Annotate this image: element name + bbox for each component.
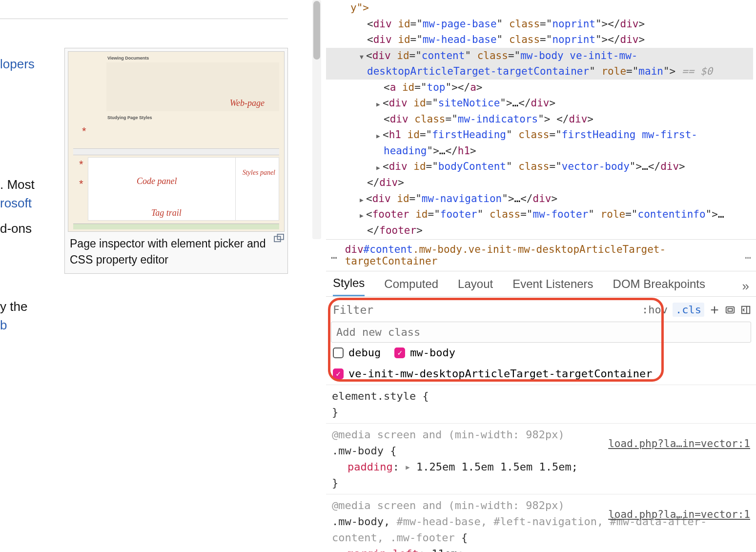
svg-rect-3 <box>728 308 732 311</box>
article-fragment: y the <box>0 296 27 317</box>
dom-node[interactable]: …<div id="content" class="mw-body ve-ini… <box>326 48 753 80</box>
css-declaration[interactable]: margin-left: 11em; <box>332 546 750 552</box>
link-web[interactable]: b <box>0 318 7 333</box>
asterisk-icon: * <box>79 158 83 171</box>
tabs-overflow-icon[interactable]: » <box>742 279 749 294</box>
tab-dom-breakpoints[interactable]: DOM Breakpoints <box>613 277 705 296</box>
css-declaration[interactable]: padding: ▶ 1.25em 1.5em 1.5em 1.5em; <box>332 459 750 475</box>
dom-node[interactable]: <a id="top"></a> <box>326 80 753 96</box>
thumbnail-caption: Page inspector with element picker and C… <box>68 232 285 270</box>
hov-toggle[interactable]: :hov <box>642 304 668 316</box>
styles-filter-input[interactable] <box>333 304 483 316</box>
svg-rect-2 <box>726 307 735 313</box>
breadcrumb-tag: div <box>345 244 364 255</box>
class-checkboxes: debug✓mw-body✓ve-init-mw-desktopArticleT… <box>326 345 756 385</box>
tab-layout[interactable]: Layout <box>458 277 493 296</box>
styles-tabstrip: Styles Computed Layout Event Listeners D… <box>326 271 756 297</box>
section-rule <box>0 19 288 19</box>
tab-event-listeners[interactable]: Event Listeners <box>512 277 593 296</box>
thumb-label-stylespanel: Styles panel <box>243 169 275 176</box>
thumb-styles-panel <box>235 157 279 221</box>
checkbox-checked-icon[interactable]: ✓ <box>394 348 405 358</box>
tab-styles[interactable]: Styles <box>333 276 365 296</box>
checkbox-label: mw-body <box>410 347 455 359</box>
breadcrumb-bar[interactable]: … div#content.mw-body.ve-init-mw-desktop… <box>326 239 756 271</box>
dom-node[interactable]: <div id="bodyContent" class="vector-body… <box>326 159 753 175</box>
dom-node[interactable]: <div id="mw-head-base" class="noprint"><… <box>326 32 753 48</box>
link-rosoft[interactable]: rosoft <box>0 196 32 211</box>
add-class-input[interactable] <box>331 322 751 342</box>
rule-close: } <box>332 475 750 491</box>
enlarge-icon[interactable] <box>274 234 285 245</box>
tab-computed[interactable]: Computed <box>384 277 438 296</box>
dom-node[interactable]: <footer id="footer" class="mw-footer" ro… <box>326 206 753 238</box>
shorthand-expand-icon[interactable]: ▶ <box>406 462 409 472</box>
styles-pane: :hov .cls debug✓mw-body✓ve-init-mw-deskt… <box>326 297 756 552</box>
css-rules: element.style {}load.php?la…in=vector:1@… <box>326 385 756 552</box>
thumb-heading: Studying Page Styles <box>107 115 152 121</box>
thumb-label-webpage: Web-page <box>230 98 265 108</box>
thumb-heading: Viewing Documents <box>107 56 149 61</box>
thumb-label-tagtrail: Tag trail <box>151 208 182 218</box>
sidebar-toggle-icon[interactable] <box>740 305 751 315</box>
disclosure-triangle-icon[interactable] <box>358 206 365 223</box>
class-checkbox[interactable]: ✓mw-body <box>394 347 455 359</box>
disclosure-triangle-icon[interactable] <box>375 127 382 143</box>
article-fragment: d-ons <box>0 218 32 239</box>
scrollbar-thumb[interactable] <box>313 1 320 60</box>
class-checkbox[interactable]: debug <box>333 347 381 359</box>
breadcrumb-selected[interactable]: div#content.mw-body.ve-init-mw-desktopAr… <box>345 244 738 267</box>
checkbox-checked-icon[interactable]: ✓ <box>333 368 344 379</box>
asterisk-icon: * <box>79 178 83 190</box>
css-rule[interactable]: load.php?la…in=vector:1@media screen and… <box>326 494 756 552</box>
scrollbar[interactable] <box>312 0 321 239</box>
checkbox-unchecked-icon[interactable] <box>333 348 344 358</box>
thumb-label-codepanel: Code panel <box>137 176 177 186</box>
disclosure-triangle-icon[interactable] <box>375 159 382 175</box>
disclosure-triangle-icon[interactable] <box>358 48 365 64</box>
new-rule-icon[interactable] <box>709 305 720 315</box>
rule-source-link[interactable]: load.php?la…in=vector:1 <box>608 436 750 452</box>
computed-layout-icon[interactable] <box>725 305 736 315</box>
article-pane: lopers . Most rosoft d-ons y the b Viewi… <box>0 0 293 552</box>
dom-fragment: y"> <box>350 2 369 14</box>
class-checkbox[interactable]: ✓ve-init-mw-desktopArticleTarget-targetC… <box>333 368 653 380</box>
thumb-toolbar <box>73 148 279 155</box>
css-rule[interactable]: load.php?la…in=vector:1@media screen and… <box>326 423 756 494</box>
asterisk-icon: * <box>82 125 86 138</box>
breadcrumb-overflow-right[interactable]: … <box>745 249 751 261</box>
thumb-statusbar <box>73 224 279 229</box>
rule-selector[interactable]: element.style { <box>332 388 750 404</box>
styles-filter-row: :hov .cls <box>326 300 756 320</box>
thumbnail-figure: Viewing Documents Web-page Studying Page… <box>64 48 288 274</box>
dom-node[interactable]: <div id="mw-navigation">…</div> <box>326 191 753 207</box>
disclosure-triangle-icon[interactable] <box>358 191 365 207</box>
dom-node[interactable]: <div class="mw-indicators"> </div> <box>326 111 753 127</box>
add-class-row <box>331 322 751 343</box>
breadcrumb-overflow[interactable]: … <box>331 249 338 261</box>
dom-node[interactable]: </div> <box>326 175 753 191</box>
thumbnail-image[interactable]: Viewing Documents Web-page Studying Page… <box>68 51 285 232</box>
cls-toggle[interactable]: .cls <box>673 303 704 317</box>
link-developers[interactable]: lopers <box>0 57 35 72</box>
article-fragment: . Most <box>0 174 35 195</box>
dom-node[interactable]: <h1 id="firstHeading" class="firstHeadin… <box>326 127 753 159</box>
rule-close: } <box>332 404 750 420</box>
devtools-pane: y"> <div id="mw-page-base" class="noprin… <box>326 0 756 552</box>
checkbox-label: ve-init-mw-desktopArticleTarget-targetCo… <box>348 368 653 380</box>
dom-node[interactable]: <div id="siteNotice">…</div> <box>326 95 753 111</box>
css-rule[interactable]: element.style {} <box>326 385 756 423</box>
disclosure-triangle-icon[interactable] <box>375 95 382 111</box>
rule-source-link[interactable]: load.php?la…in=vector:1 <box>608 507 750 523</box>
breadcrumb-id: #content <box>364 244 413 255</box>
checkbox-label: debug <box>348 347 381 359</box>
dom-node[interactable]: <div id="mw-page-base" class="noprint"><… <box>326 16 753 32</box>
dom-tree[interactable]: y"> <div id="mw-page-base" class="noprin… <box>326 0 756 239</box>
